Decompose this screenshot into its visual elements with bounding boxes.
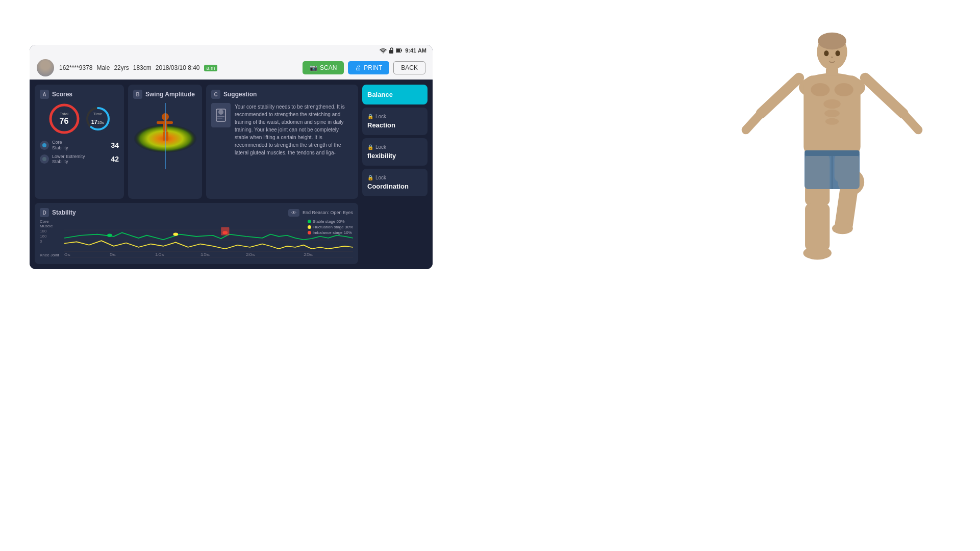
panel-a-letter: A xyxy=(40,90,49,99)
score-items: CoreStability 34 Lower ExtremityStabilit… xyxy=(40,140,119,165)
svg-text:5s: 5s xyxy=(110,252,116,257)
user-id: 162****9378 xyxy=(59,64,92,71)
svg-point-35 xyxy=(818,33,846,49)
time-score-circle: Time 1725s xyxy=(85,103,111,135)
body-model xyxy=(725,31,939,296)
svg-rect-2 xyxy=(401,49,402,51)
svg-line-52 xyxy=(844,192,848,225)
right-panel: Balance 🔒 Lock Reaction 🔒 Lock flexibili… xyxy=(362,85,428,264)
svg-point-46 xyxy=(824,110,840,117)
eye-icon: 👁 xyxy=(291,210,296,216)
wifi-icon xyxy=(380,47,387,54)
svg-point-8 xyxy=(42,143,46,147)
core-stability-value: 34 xyxy=(111,141,119,149)
avatar-image xyxy=(37,59,54,76)
panel-a-title: Scores xyxy=(52,91,72,98)
panel-b-title: Swing Amplitude xyxy=(145,91,195,98)
svg-text:20s: 20s xyxy=(246,252,255,257)
back-button[interactable]: BACK xyxy=(393,61,425,74)
panel-c-label: C Suggestion xyxy=(211,90,353,99)
svg-point-45 xyxy=(823,99,840,109)
battery-icon xyxy=(396,48,402,53)
status-icons xyxy=(380,47,402,54)
balance-label: Balance xyxy=(367,91,393,98)
panel-c-letter: C xyxy=(211,90,220,99)
svg-text:0s: 0s xyxy=(64,252,70,257)
reaction-lock-label: Lock xyxy=(375,114,386,119)
lower-extremity-label: Lower ExtremityStability xyxy=(52,154,108,165)
legend-stable-dot xyxy=(308,220,311,223)
print-icon: 🖨 xyxy=(355,64,361,71)
main-content: A Scores Total 76 xyxy=(30,80,433,269)
coordination-button[interactable]: 🔒 Lock Coordination xyxy=(362,169,428,196)
core-stability-label: CoreStability xyxy=(52,140,108,151)
user-height: 183cm xyxy=(133,64,152,71)
svg-line-38 xyxy=(761,78,799,114)
swing-visual xyxy=(133,103,197,169)
flexibility-lock-label: Lock xyxy=(375,144,386,150)
legend-stable: Stable stage 60% xyxy=(308,219,353,224)
user-info: 162****9378 Male 22yrs 183cm 2018/03/10 … xyxy=(59,64,217,71)
svg-point-47 xyxy=(825,118,839,125)
reaction-button[interactable]: 🔒 Lock Reaction xyxy=(362,108,428,135)
svg-rect-58 xyxy=(805,150,860,156)
body-model-svg xyxy=(725,31,939,296)
svg-rect-0 xyxy=(389,50,393,54)
reaction-lock-row: 🔒 Lock xyxy=(367,114,386,119)
panel-b-letter: B xyxy=(133,90,142,99)
header-actions: 📷 SCAN 🖨 PRINT BACK xyxy=(303,61,425,74)
svg-rect-3 xyxy=(396,49,400,52)
svg-rect-19 xyxy=(217,116,224,117)
coordination-lock-icon: 🔒 xyxy=(367,175,373,180)
panel-stability: D Stability 👁 End Reason: Open Eyes xyxy=(35,203,358,264)
svg-line-40 xyxy=(865,78,903,114)
stability-chart-area: Core Muscle 180 160 0 Knee Joint xyxy=(40,219,353,257)
app-header: 162****9378 Male 22yrs 183cm 2018/03/10 … xyxy=(30,56,433,80)
panel-b-label: B Swing Amplitude xyxy=(133,90,197,99)
user-age: 22yrs xyxy=(114,64,129,71)
panel-suggestion: C Suggestion Your core stabili xyxy=(206,85,358,199)
balance-button[interactable]: Balance xyxy=(362,85,428,104)
eye-button[interactable]: 👁 xyxy=(288,209,299,217)
svg-text:10s: 10s xyxy=(155,252,164,257)
device-frame: 9:41 AM 162****9378 Male 22yrs 183cm 201… xyxy=(30,45,433,269)
legend-stable-label: Stable stage 60% xyxy=(313,219,345,224)
legend-fluctuation-label: Fluctuation stage 30% xyxy=(313,225,353,229)
legend-imbalance: Imbalance stage 10% xyxy=(308,230,353,235)
chart-legend: Stable stage 60% Fluctuation stage 30% I… xyxy=(308,219,353,235)
print-button[interactable]: 🖨 PRINT xyxy=(348,61,389,74)
suggestion-content: Your core stability needs to be strength… xyxy=(211,103,353,194)
svg-point-43 xyxy=(811,83,830,96)
total-score-circle: Total 76 xyxy=(48,103,80,135)
svg-point-9 xyxy=(42,157,46,161)
stability-controls: 👁 End Reason: Open Eyes xyxy=(288,209,353,217)
suggestion-icon xyxy=(211,103,231,127)
lower-extremity-icon xyxy=(40,154,49,164)
reaction-label: Reaction xyxy=(367,121,395,129)
panel-c-title: Suggestion xyxy=(223,91,257,98)
svg-point-55 xyxy=(803,246,832,259)
chart-y-labels: Core Muscle 180 160 0 Knee Joint xyxy=(40,219,60,257)
reaction-lock-icon: 🔒 xyxy=(367,114,373,119)
panel-scores: A Scores Total 76 xyxy=(35,85,124,199)
avatar xyxy=(37,59,54,76)
svg-rect-54 xyxy=(805,203,830,251)
svg-line-41 xyxy=(903,114,918,130)
svg-point-44 xyxy=(835,83,853,96)
legend-fluctuation: Fluctuation stage 30% xyxy=(308,225,353,229)
flexibility-button[interactable]: 🔒 Lock flexibility xyxy=(362,138,428,166)
left-column: A Scores Total 76 xyxy=(35,85,358,264)
core-stability-icon xyxy=(40,141,49,150)
svg-text:15s: 15s xyxy=(200,252,210,257)
panel-d-letter: D xyxy=(40,208,49,217)
svg-rect-13 xyxy=(157,121,164,124)
status-time: 9:41 AM xyxy=(405,47,426,54)
svg-point-59 xyxy=(824,50,828,56)
legend-fluctuation-dot xyxy=(308,225,311,229)
user-date: 2018/03/10 8:40 xyxy=(156,64,200,71)
svg-point-26 xyxy=(173,232,178,235)
panel-d-label: D Stability xyxy=(40,208,76,217)
chart-canvas: 0s 5s 10s 15s 20s 25s xyxy=(64,219,353,257)
scan-button[interactable]: 📷 SCAN xyxy=(303,61,344,74)
svg-point-53 xyxy=(832,223,853,234)
